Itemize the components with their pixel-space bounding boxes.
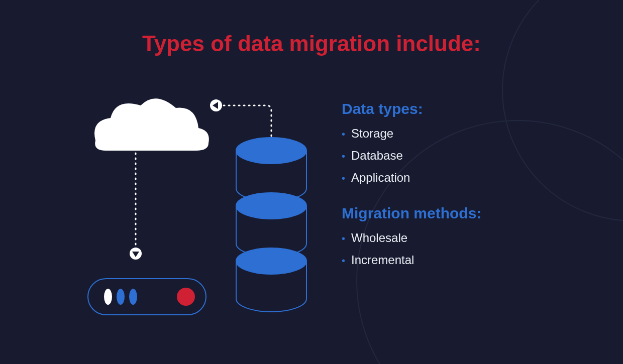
migration-graphic [60, 93, 322, 334]
database-stack-icon [236, 138, 306, 312]
migration-methods-list: •Wholesale •Incremental [342, 231, 481, 267]
cloud-icon [94, 98, 209, 151]
list-item: •Database [342, 149, 481, 163]
list-item: •Incremental [342, 253, 481, 267]
arrow-left-icon [210, 99, 222, 111]
svg-point-7 [129, 289, 137, 305]
data-types-list: •Storage •Database •Application [342, 127, 481, 185]
svg-point-12 [236, 193, 306, 219]
data-types-heading: Data types: [342, 100, 481, 117]
text-content: Data types: •Storage •Database •Applicat… [342, 100, 481, 287]
list-item: •Storage [342, 127, 481, 141]
svg-point-6 [117, 289, 125, 305]
page-title: Types of data migration include: [0, 31, 623, 56]
arrow-down-icon [130, 248, 142, 260]
svg-point-10 [236, 138, 306, 164]
list-item: •Wholesale [342, 231, 481, 245]
migration-methods-heading: Migration methods: [342, 205, 481, 222]
svg-point-5 [104, 289, 112, 305]
list-item: •Application [342, 171, 481, 185]
svg-point-14 [236, 248, 306, 274]
server-icon [88, 279, 206, 315]
svg-point-8 [177, 288, 195, 306]
